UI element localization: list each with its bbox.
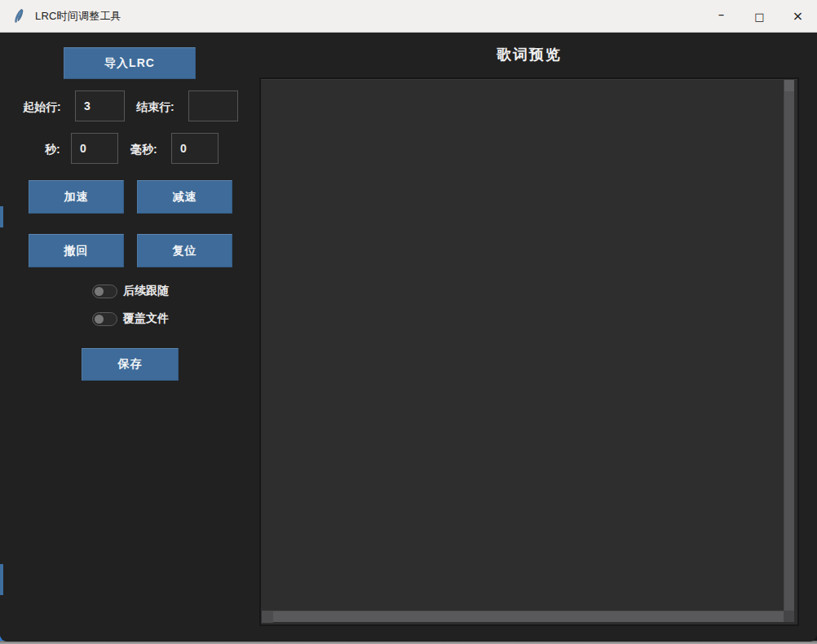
scrollbar-thumb-edge [784, 80, 794, 91]
undo-button[interactable]: 撤回 [29, 234, 124, 267]
main-area: 导入LRC 起始行: 结束行: 秒: 毫秒: 加速 减速 撤回 复位 后续跟随 [0, 33, 817, 642]
end-line-input[interactable] [188, 90, 238, 121]
save-button[interactable]: 保存 [82, 348, 179, 381]
desktop-sliver [0, 206, 3, 227]
window-controls: – □ × [702, 0, 817, 33]
seconds-input[interactable] [71, 133, 118, 164]
import-lrc-button[interactable]: 导入LRC [64, 47, 196, 79]
vertical-scrollbar[interactable] [784, 80, 794, 611]
maximize-button[interactable]: □ [740, 0, 779, 33]
textarea-top-edge [261, 79, 797, 80]
follow-toggle-label: 后续跟随 [123, 284, 169, 298]
minimize-button[interactable]: – [702, 0, 740, 33]
reset-button[interactable]: 复位 [137, 234, 232, 267]
start-line-input[interactable] [75, 90, 125, 121]
feather-app-icon [11, 8, 28, 24]
minimize-icon: – [718, 9, 725, 21]
desktop-sliver [0, 564, 3, 595]
horizontal-scrollbar[interactable] [262, 611, 784, 622]
close-icon: × [793, 10, 803, 23]
follow-toggle-row: 后续跟随 [92, 284, 169, 298]
scrollbar-left-block [262, 611, 273, 623]
titlebar: LRC时间调整工具 – □ × [0, 0, 817, 33]
scrollbar-corner [784, 611, 794, 622]
decelerate-button[interactable]: 减速 [137, 180, 232, 214]
follow-toggle[interactable] [92, 285, 117, 298]
screen: LRC时间调整工具 – □ × 导入LRC 起始行: 结束行: [0, 0, 817, 644]
overwrite-toggle-row: 覆盖文件 [92, 311, 169, 326]
start-line-label: 起始行: [23, 100, 61, 115]
accelerate-button[interactable]: 加速 [29, 180, 124, 214]
seconds-label: 秒: [45, 143, 60, 157]
preview-title: 歌词预览 [259, 45, 799, 64]
overwrite-toggle-label: 覆盖文件 [123, 311, 169, 326]
milliseconds-label: 毫秒: [130, 143, 157, 157]
toggle-knob [95, 315, 104, 324]
window-title: LRC时间调整工具 [35, 9, 121, 24]
maximize-icon: □ [754, 11, 764, 22]
toggle-knob [95, 287, 104, 296]
end-line-label: 结束行: [136, 100, 174, 115]
close-button[interactable]: × [779, 0, 817, 33]
lyrics-preview-area[interactable] [259, 77, 799, 626]
app-window: LRC时间调整工具 – □ × 导入LRC 起始行: 结束行: [0, 0, 817, 642]
overwrite-toggle[interactable] [92, 312, 117, 326]
milliseconds-input[interactable] [171, 133, 219, 164]
